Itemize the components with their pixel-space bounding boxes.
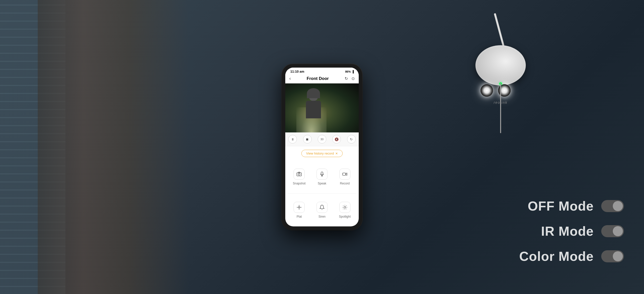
mode-labels-panel: OFF Mode IR Mode Color Mode — [519, 199, 624, 264]
color-mode-row: Color Mode — [519, 249, 624, 264]
pause-button[interactable]: ⏸ — [288, 135, 297, 143]
siren-label: Siren — [318, 215, 326, 218]
history-btn-wrap: View history record ✕ — [285, 146, 359, 161]
off-mode-row: OFF Mode — [528, 199, 624, 214]
siren-action[interactable]: Siren — [311, 194, 334, 227]
action-grid-bottom: Plat Siren — [285, 194, 359, 227]
camera-lens-left — [480, 84, 493, 97]
svg-point-5 — [299, 207, 300, 208]
plat-icon — [294, 202, 305, 213]
rotate-icon: ↻ — [350, 137, 353, 141]
back-button[interactable]: ‹ — [289, 76, 291, 81]
color-mode-knob — [613, 251, 623, 261]
phone-wrapper: 11:10 am 86% ▐ ‹ Front Door ↻ ⊙ — [282, 64, 362, 230]
header-title: Front Door — [307, 76, 329, 81]
ir-mode-label: IR Mode — [541, 224, 594, 239]
camera-feed — [285, 83, 359, 132]
history-btn-label: View history record — [306, 152, 334, 155]
ir-mode-row: IR Mode — [541, 224, 624, 239]
record-icon — [339, 169, 350, 180]
color-mode-label: Color Mode — [519, 249, 594, 264]
svg-line-15 — [346, 209, 346, 209]
snapshot-label: Snapshot — [293, 182, 306, 185]
figure — [306, 91, 321, 118]
stop-button[interactable]: ⏹ — [303, 135, 312, 143]
playback-bar: ⏸ ⏹ 30 🔇 ↻ — [285, 132, 359, 146]
ir-mode-knob — [613, 226, 623, 236]
svg-line-19 — [346, 206, 346, 206]
camera-device: reolink — [463, 13, 538, 138]
volume-button[interactable]: 🔇 — [332, 135, 341, 143]
rewind-button[interactable]: 30 — [318, 135, 326, 143]
speak-action[interactable]: Speak — [311, 161, 334, 193]
svg-line-18 — [343, 209, 343, 209]
snapshot-icon — [294, 169, 305, 180]
status-icons: 86% ▐ — [345, 70, 354, 73]
speak-icon — [316, 169, 328, 180]
rotate-button[interactable]: ↻ — [347, 135, 356, 143]
rewind-icon: 30 — [320, 138, 324, 141]
plat-label: Plat — [297, 215, 302, 218]
camera-cable — [500, 83, 501, 133]
svg-point-1 — [298, 174, 300, 175]
header-icons: ↻ ⊙ — [345, 76, 355, 81]
settings-icon[interactable]: ⊙ — [351, 76, 355, 81]
snapshot-action[interactable]: Snapshot — [288, 161, 311, 193]
off-mode-toggle[interactable] — [601, 200, 624, 212]
spotlight-label: Spotlight — [339, 215, 351, 218]
ir-mode-toggle[interactable] — [601, 225, 624, 237]
record-action[interactable]: Record — [333, 161, 356, 193]
phone-screen: 11:10 am 86% ▐ ‹ Front Door ↻ ⊙ — [285, 68, 359, 226]
background-hand — [38, 0, 189, 294]
status-time: 11:10 am — [290, 70, 304, 73]
pause-icon: ⏸ — [291, 137, 294, 141]
camera-body: reolink — [475, 45, 526, 85]
speak-label: Speak — [318, 182, 326, 185]
off-mode-label: OFF Mode — [528, 199, 594, 214]
refresh-icon[interactable]: ↻ — [345, 76, 348, 81]
history-btn-close[interactable]: ✕ — [335, 152, 338, 155]
status-bar: 11:10 am 86% ▐ — [285, 68, 359, 74]
spotlight-icon — [339, 202, 350, 213]
plat-action[interactable]: Plat — [288, 194, 311, 227]
figure-hood — [307, 88, 320, 98]
svg-rect-4 — [342, 173, 345, 175]
view-history-button[interactable]: View history record ✕ — [301, 150, 343, 157]
app-header: ‹ Front Door ↻ ⊙ — [285, 74, 359, 83]
battery-percent: 86% — [345, 70, 351, 73]
volume-icon: 🔇 — [335, 137, 339, 141]
svg-rect-0 — [297, 173, 301, 176]
action-grid-top: Snapshot Speak — [285, 161, 359, 193]
record-label: Record — [340, 182, 350, 185]
svg-point-11 — [344, 206, 346, 208]
svg-line-14 — [343, 206, 343, 206]
off-mode-knob — [613, 201, 623, 211]
spotlight-action[interactable]: Spotlight — [333, 194, 356, 227]
figure-head — [309, 91, 318, 101]
feed-scene — [285, 83, 359, 132]
figure-body — [306, 101, 321, 118]
phone: 11:10 am 86% ▐ ‹ Front Door ↻ ⊙ — [282, 64, 362, 230]
battery-icon: ▐ — [352, 70, 354, 73]
siren-icon — [316, 202, 328, 213]
color-mode-toggle[interactable] — [601, 250, 624, 262]
stop-icon: ⏹ — [306, 137, 309, 141]
